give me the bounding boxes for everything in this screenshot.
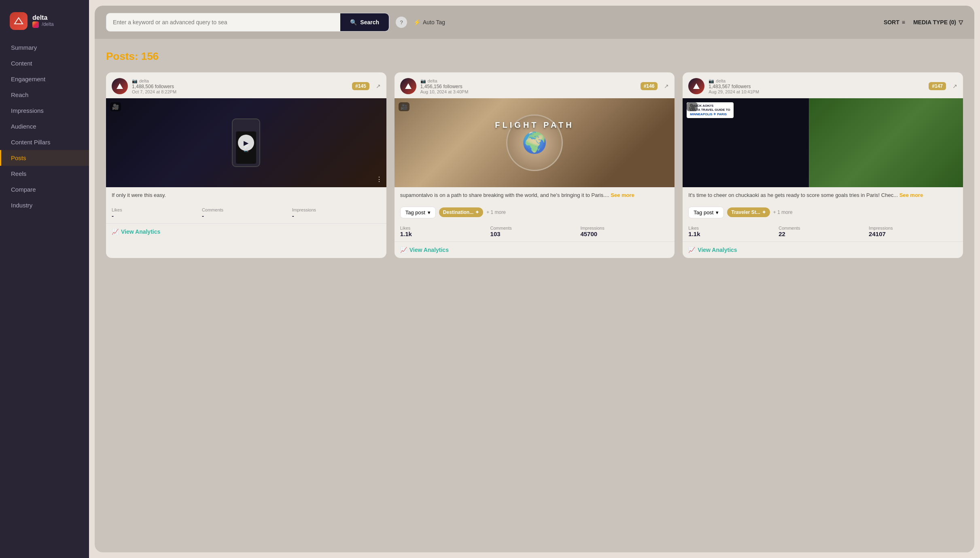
sidebar-item-engagement[interactable]: Engagement xyxy=(0,71,89,87)
stat-likes: Likes 1.1k xyxy=(400,226,489,237)
post-stats: Likes 1.1k Comments 22 Impressions 24107 xyxy=(683,222,963,241)
destination-tag-badge: Destination... ✦ xyxy=(439,207,483,217)
stat-comments: Comments 22 xyxy=(778,226,867,237)
post-rank: #146 xyxy=(641,82,658,90)
external-link-icon[interactable]: ↗ xyxy=(952,83,957,89)
main-content: 🔍 Search ? ⚡ Auto Tag SORT ≡ MEDIA TYPE … xyxy=(95,6,974,552)
post-thumbnail: 📱 🎥 ▶ ⋮ xyxy=(106,98,386,187)
more-options-icon[interactable]: ⋮ xyxy=(376,175,382,183)
sidebar: delta /delta Summary Content Engagement … xyxy=(0,0,89,558)
post-header: 📷 delta 1,456,156 followers Aug 10, 2024… xyxy=(395,72,675,98)
post-meta: 📷 delta 1,483,567 followers Aug 29, 2024… xyxy=(708,78,925,94)
post-caption: It's time to cheer on chuckaoki as he ge… xyxy=(683,187,963,203)
view-analytics-button[interactable]: 📈 View Analytics xyxy=(395,241,675,258)
sidebar-item-industry[interactable]: Industry xyxy=(0,197,89,213)
video-type-icon: 🎥 xyxy=(687,102,698,111)
stat-impressions: Impressions - xyxy=(292,207,381,219)
instagram-platform-icon: 📷 xyxy=(132,78,138,84)
sidebar-item-posts[interactable]: Posts xyxy=(0,150,89,166)
stat-comments: Comments - xyxy=(202,207,291,219)
post-caption: supamontalvo is on a path to share break… xyxy=(395,187,675,203)
sort-icon: ≡ xyxy=(902,19,905,25)
stat-impressions: Impressions 45700 xyxy=(580,226,669,237)
post-card: 📷 delta 1,483,567 followers Aug 29, 2024… xyxy=(683,72,963,258)
topbar-right: SORT ≡ MEDIA TYPE (0) ▽ xyxy=(884,19,963,25)
search-icon: 🔍 xyxy=(350,19,357,25)
sidebar-item-audience[interactable]: Audience xyxy=(0,118,89,134)
view-analytics-button[interactable]: 📈 View Analytics xyxy=(106,223,386,240)
sidebar-item-reach[interactable]: Reach xyxy=(0,87,89,103)
posts-grid: 📷 delta 1,488,506 followers Oct 7, 2024 … xyxy=(106,72,963,258)
tag-more-label: + 1 more xyxy=(773,209,793,215)
stat-likes: Likes 1.1k xyxy=(688,226,777,237)
stat-comments: Comments 103 xyxy=(490,226,579,237)
brand-handle: /delta xyxy=(32,21,54,28)
instagram-icon xyxy=(32,21,39,28)
search-input[interactable] xyxy=(106,13,340,31)
traveler-tag-badge: Traveler St... ✦ xyxy=(727,207,770,217)
post-meta: 📷 delta 1,488,506 followers Oct 7, 2024 … xyxy=(132,78,348,94)
tag-post-dropdown[interactable]: Tag post ▾ xyxy=(688,207,724,218)
stat-likes: Likes - xyxy=(112,207,200,219)
brand-name: delta xyxy=(32,14,54,21)
external-link-icon[interactable]: ↗ xyxy=(376,83,381,89)
sidebar-item-content[interactable]: Content xyxy=(0,55,89,71)
post-platform: 📷 delta xyxy=(708,78,925,84)
post-platform: 📷 delta xyxy=(420,78,636,84)
video-type-icon: 🎥 xyxy=(110,102,121,111)
tag-sparkle-icon: ✦ xyxy=(762,209,766,215)
content-area: Posts: 156 📷 delta 1,488,506 followers xyxy=(95,39,974,552)
chevron-down-icon: ▾ xyxy=(428,209,431,216)
analytics-icon: 📈 xyxy=(400,247,407,253)
post-stats: Likes - Comments - Impressions - xyxy=(106,203,386,223)
post-avatar xyxy=(112,78,128,94)
topbar: 🔍 Search ? ⚡ Auto Tag SORT ≡ MEDIA TYPE … xyxy=(95,6,974,39)
brand-text: delta /delta xyxy=(32,14,54,28)
sort-button[interactable]: SORT ≡ xyxy=(884,19,905,25)
sidebar-item-impressions[interactable]: Impressions xyxy=(0,103,89,118)
help-icon[interactable]: ? xyxy=(396,17,407,28)
instagram-platform-icon: 📷 xyxy=(420,78,426,84)
tag-sparkle-icon: ✦ xyxy=(475,209,479,215)
see-more-link[interactable]: See more xyxy=(611,192,634,198)
tag-post-dropdown[interactable]: Tag post ▾ xyxy=(400,207,436,218)
sidebar-item-content-pillars[interactable]: Content Pillars xyxy=(0,134,89,150)
video-type-icon: 🎥 xyxy=(399,102,409,111)
post-avatar xyxy=(688,78,704,94)
see-more-link[interactable]: See more xyxy=(899,192,923,198)
sidebar-item-compare[interactable]: Compare xyxy=(0,182,89,197)
tag-more-label: + 1 more xyxy=(486,209,506,215)
post-header: 📷 delta 1,483,567 followers Aug 29, 2024… xyxy=(683,72,963,98)
post-caption: If only it were this easy. xyxy=(106,187,386,203)
sidebar-item-summary[interactable]: Summary xyxy=(0,40,89,55)
brand-logo xyxy=(10,12,28,30)
post-card: 📷 delta 1,488,506 followers Oct 7, 2024 … xyxy=(106,72,386,258)
post-stats: Likes 1.1k Comments 103 Impressions 4570… xyxy=(395,222,675,241)
post-avatar xyxy=(400,78,416,94)
post-tag-area: Tag post ▾ Destination... ✦ + 1 more xyxy=(395,203,675,222)
post-tag-area: Tag post ▾ Traveler St... ✦ + 1 more xyxy=(683,203,963,222)
brand-header: delta /delta xyxy=(0,8,89,40)
post-meta: 📷 delta 1,456,156 followers Aug 10, 2024… xyxy=(420,78,636,94)
search-wrap: 🔍 Search xyxy=(106,13,389,32)
stat-impressions: Impressions 24107 xyxy=(869,226,957,237)
media-type-button[interactable]: MEDIA TYPE (0) ▽ xyxy=(913,19,963,25)
post-thumbnail: CHUCK AOKI'SDELTA TRAVEL GUIDE TO MINNEA… xyxy=(683,98,963,187)
sidebar-item-reels[interactable]: Reels xyxy=(0,166,89,182)
analytics-icon: 📈 xyxy=(688,247,695,253)
auto-tag-button[interactable]: ⚡ Auto Tag xyxy=(414,19,445,25)
search-button[interactable]: 🔍 Search xyxy=(340,13,389,31)
post-thumbnail: 🌍 FLIGHT PATH 🎥 xyxy=(395,98,675,187)
analytics-icon: 📈 xyxy=(112,228,119,235)
post-rank: #147 xyxy=(929,82,946,90)
lightning-icon: ⚡ xyxy=(414,19,420,25)
post-rank: #145 xyxy=(352,82,369,90)
external-link-icon[interactable]: ↗ xyxy=(664,83,669,89)
sidebar-nav: Summary Content Engagement Reach Impress… xyxy=(0,40,89,213)
instagram-platform-icon: 📷 xyxy=(708,78,714,84)
posts-count: Posts: 156 xyxy=(106,50,963,63)
view-analytics-button[interactable]: 📈 View Analytics xyxy=(683,241,963,258)
delta-logo-icon xyxy=(13,15,24,27)
filter-icon: ▽ xyxy=(959,19,963,25)
chevron-down-icon: ▾ xyxy=(716,209,719,216)
